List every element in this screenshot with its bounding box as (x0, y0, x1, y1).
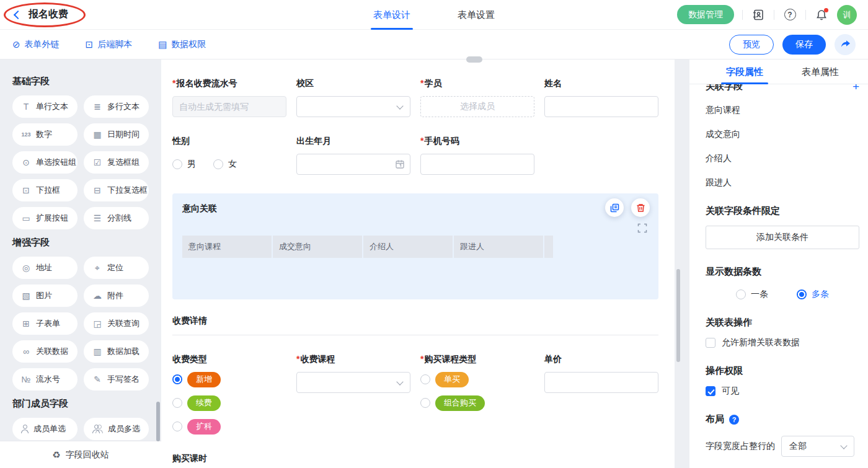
copy-field-button[interactable] (605, 198, 624, 217)
related-fields-header: 关联字段 + (706, 84, 859, 93)
form-external-link[interactable]: ⊘ 表单外链 (12, 39, 60, 50)
purchase-type-option-single[interactable]: 单买 (420, 372, 534, 387)
field-purchase-type[interactable]: *购买课程类型 单买 组合购买 (420, 354, 534, 435)
save-button[interactable]: 保存 (782, 35, 826, 55)
field-pill-single-line-text[interactable]: T单行文本 (12, 95, 78, 118)
gender-option-female[interactable]: 女 (213, 159, 237, 170)
field-pill-extend-button[interactable]: ▭扩展按钮 (12, 207, 78, 229)
field-pill-datetime[interactable]: ▦日期时间 (84, 123, 149, 146)
fee-type-option-expand[interactable]: 扩科 (172, 419, 286, 435)
tab-field-properties[interactable]: 字段属性 (726, 60, 763, 84)
count-option-single[interactable]: 一条 (736, 289, 768, 300)
chevron-down-icon (396, 102, 403, 109)
field-name[interactable]: 姓名 (544, 78, 658, 117)
field-pill-attachment[interactable]: ☁附件 (84, 285, 149, 307)
field-pill-divider-line[interactable]: ☰分割线 (84, 207, 149, 229)
fee-type-option-new[interactable]: 新增 (172, 372, 286, 387)
fee-type-option-renew[interactable]: 续费 (172, 395, 286, 411)
field-fee-course[interactable]: *收费课程 (296, 354, 410, 435)
delete-field-button[interactable] (631, 198, 650, 217)
back-button[interactable]: 报名收费 (0, 8, 68, 21)
data-permission-link[interactable]: ▤ 数据权限 (158, 39, 206, 50)
serial-number-input[interactable] (172, 96, 286, 117)
field-gender[interactable]: 性别 男 女 (172, 136, 286, 175)
purchase-type-option-combo[interactable]: 组合购买 (420, 395, 534, 411)
name-input[interactable] (544, 96, 658, 117)
allow-add-relation-checkbox[interactable]: 允许新增关联表数据 (706, 337, 859, 348)
tab-form-settings[interactable]: 表单设置 (458, 0, 495, 30)
phone-input[interactable] (420, 154, 534, 175)
field-width-select[interactable]: 全部 (781, 436, 854, 457)
data-manage-button[interactable]: 数据管理 (677, 5, 734, 24)
field-fee-type[interactable]: 收费类型 新增 续费 扩科 (172, 354, 286, 435)
tab-form-design[interactable]: 表单设计 (373, 0, 410, 30)
field-pill-subform[interactable]: ⊞子表单 (12, 312, 78, 335)
birth-month-input[interactable] (296, 154, 410, 175)
field-pill-multi-dropdown[interactable]: ⊟下拉复选框 (84, 179, 149, 201)
field-pill-address[interactable]: ◎地址 (12, 257, 78, 279)
sidebar-scrollbar[interactable] (156, 402, 160, 441)
field-pill-member-multi[interactable]: 成员多选 (84, 418, 149, 440)
fee-course-select[interactable] (296, 372, 410, 393)
preview-button[interactable]: 预览 (729, 35, 774, 55)
required-mark: * (420, 136, 423, 146)
add-related-field-icon[interactable]: + (852, 84, 859, 92)
spacer (544, 136, 658, 175)
field-campus[interactable]: 校区 (296, 78, 410, 117)
avatar[interactable]: 训 (837, 5, 857, 25)
help-icon[interactable]: ? (782, 7, 797, 22)
field-pill-data-load[interactable]: ▥数据加载 (84, 340, 149, 363)
trash-icon (636, 203, 645, 213)
field-unit-price[interactable]: 单价 (544, 354, 658, 435)
canvas-scrollbar[interactable] (676, 269, 680, 362)
recycle-icon: ♻ (52, 449, 60, 461)
field-pill-relation-query[interactable]: ◲关联查询 (84, 312, 149, 335)
field-pill-number[interactable]: 123数字 (12, 123, 78, 146)
select-member-button[interactable]: 选择成员 (420, 96, 534, 117)
fullscreen-icon[interactable] (637, 223, 647, 233)
field-serial-number[interactable]: *报名收费流水号 (172, 78, 286, 117)
contacts-icon[interactable] (751, 7, 766, 22)
related-field-item: 跟进人 (706, 177, 859, 188)
field-pill-radio-group[interactable]: ⊙单选按钮组 (12, 151, 78, 174)
relation-block-selected[interactable]: 意向关联 (172, 193, 658, 299)
notification-bell-icon[interactable] (814, 7, 829, 22)
add-condition-button[interactable]: 添加关联条件 (706, 226, 859, 249)
section-divider-fee-detail[interactable]: 收费详情 (172, 316, 658, 335)
divider (742, 10, 743, 20)
field-pill-dropdown[interactable]: ⊡下拉框 (12, 179, 78, 201)
tab-form-properties[interactable]: 表单属性 (802, 60, 839, 84)
field-pill-signature[interactable]: ✎手写签名 (84, 368, 149, 391)
field-pill-geolocation[interactable]: ⌖定位 (84, 257, 149, 279)
share-button[interactable] (835, 34, 856, 55)
unit-price-input[interactable] (544, 372, 658, 393)
field-birth-month[interactable]: 出生年月 (296, 136, 410, 175)
field-phone[interactable]: *手机号码 (420, 136, 534, 175)
count-option-multiple[interactable]: 多条 (797, 289, 829, 300)
field-pill-relation-data[interactable]: ∞关联数据 (12, 340, 78, 363)
number-icon: 123 (20, 132, 32, 138)
backend-script-link[interactable]: ⊡ 后端脚本 (86, 39, 133, 50)
serial-icon: № (20, 375, 32, 384)
textarea-icon: ≣ (92, 102, 103, 111)
collapse-handle[interactable] (466, 56, 482, 63)
field-pill-serial-number[interactable]: №流水号 (12, 368, 78, 391)
layout-help-icon[interactable]: ? (729, 415, 739, 425)
field-student[interactable]: *学员 选择成员 (420, 78, 534, 117)
page-title: 报名收费 (29, 8, 68, 21)
campus-select[interactable] (296, 96, 410, 117)
field-pill-multi-line-text[interactable]: ≣多行文本 (84, 95, 149, 118)
required-mark: * (420, 354, 423, 364)
field-pill-image[interactable]: ▧图片 (12, 285, 78, 307)
field-pill-checkbox-group[interactable]: ☑复选框组 (84, 151, 149, 174)
checkbox-checked-icon (706, 386, 715, 396)
related-field-item: 成交意向 (706, 129, 859, 140)
field-recycle-bin[interactable]: ♻ 字段回收站 (0, 441, 161, 468)
chevron-down-icon (840, 442, 847, 449)
visible-checkbox[interactable]: 可见 (706, 386, 859, 397)
field-purchase-hours[interactable]: 购买课时 (172, 453, 286, 468)
script-icon: ⊡ (86, 40, 94, 49)
link-chain-icon: ∞ (20, 347, 32, 356)
field-pill-member-single[interactable]: 成员单选 (12, 418, 78, 440)
gender-option-male[interactable]: 男 (172, 159, 196, 170)
